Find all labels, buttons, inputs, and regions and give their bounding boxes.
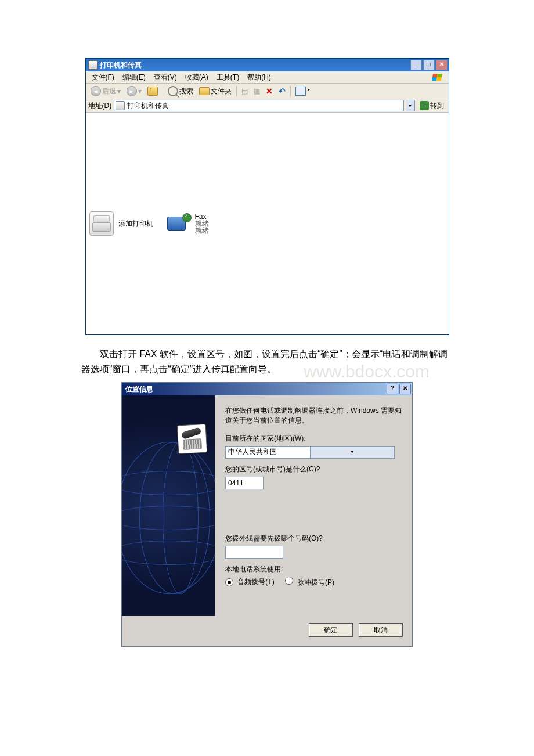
moveto-icon: ▤ <box>241 87 248 95</box>
copy-to-button[interactable]: ▥ <box>251 86 262 96</box>
help-button[interactable]: ? <box>387 384 398 394</box>
fax-item[interactable]: Fax 就绪 就绪 <box>167 116 209 331</box>
dialog-intro: 在您做任何电话或调制解调器连接之前，Windows 需要知道关于您当前位置的信息… <box>225 406 402 426</box>
menu-view[interactable]: 查看(V) <box>150 72 181 83</box>
area-code-label: 您的区号(或城市号)是什么(C)? <box>225 465 402 474</box>
instruction-paragraph: 双击打开 FAX 软件，设置区号，如图，设置完后点击“确定”；会显示“电话和调制… <box>81 347 453 376</box>
status-check-icon <box>182 213 192 222</box>
country-value: 中华人民共和国 <box>226 447 310 457</box>
address-dropdown-button[interactable]: ▼ <box>406 100 415 111</box>
search-button[interactable]: 搜索 <box>165 85 196 98</box>
add-printer-label: 添加打印机 <box>118 219 153 229</box>
address-label: 地址(D) <box>88 101 112 111</box>
move-to-button[interactable]: ▤ <box>239 86 250 96</box>
delete-button[interactable]: ✕ <box>264 85 275 97</box>
printer-icon <box>89 211 114 236</box>
radio-pulse[interactable]: 脉冲拨号(P) <box>285 577 334 588</box>
location-info-dialog: 位置信息 ? ✕ 在您做任何电话或调制解调器连接之前，Windows 需要知 <box>121 382 413 647</box>
menu-help[interactable]: 帮助(H) <box>244 72 275 83</box>
area-code-input[interactable]: 0411 <box>225 477 264 489</box>
views-icon <box>295 87 306 96</box>
window-title: 打印机和传真 <box>100 60 410 70</box>
fax-icon <box>167 212 190 235</box>
forward-button[interactable]: ► ▾ <box>124 85 144 98</box>
menu-tools[interactable]: 工具(T) <box>213 72 243 83</box>
folder-icon <box>199 87 210 95</box>
area-code-value: 0411 <box>228 479 244 487</box>
maximize-button[interactable]: □ <box>423 60 435 70</box>
phone-system-label: 本地电话系统使用: <box>225 564 402 574</box>
window-content: 添加打印机 Fax 就绪 就绪 <box>86 113 449 334</box>
printer-window-icon <box>88 60 98 70</box>
country-select[interactable]: 中华人民共和国 ▼ <box>225 446 395 459</box>
minimize-button[interactable]: _ <box>410 60 422 70</box>
outside-line-input[interactable] <box>225 546 283 559</box>
go-arrow-icon: → <box>420 101 429 110</box>
titlebar[interactable]: 打印机和传真 _ □ ✕ <box>86 59 449 71</box>
back-button[interactable]: ◄ 后退 ▾ <box>88 85 123 98</box>
views-button[interactable] <box>293 85 315 97</box>
back-icon: ◄ <box>91 86 101 96</box>
watermark: www.bdocx.com <box>285 358 430 386</box>
forward-icon: ► <box>127 86 137 96</box>
address-input[interactable]: 打印机和传真 <box>114 100 403 111</box>
folders-button[interactable]: 文件夹 <box>197 85 234 98</box>
printers-faxes-window: 打印机和传真 _ □ ✕ 文件(F) 编辑(E) 查看(V) 收藏(A) 工具(… <box>85 58 449 335</box>
undo-icon: ↶ <box>279 87 286 96</box>
windows-logo-icon <box>428 73 446 82</box>
phone-icon <box>177 424 208 455</box>
toolbar: ◄ 后退 ▾ ► ▾ 搜索 文件夹 ▤ ▥ ✕ ↶ <box>86 84 449 99</box>
fax-label-ready: 就绪 <box>195 227 209 234</box>
go-button[interactable]: → 转到 <box>417 100 446 111</box>
dialog-title: 位置信息 <box>125 384 387 394</box>
dialog-sidebar <box>122 395 215 616</box>
address-item-icon <box>116 101 125 110</box>
copyto-icon: ▥ <box>254 87 260 95</box>
country-label: 目前所在的国家(地区)(W): <box>225 434 402 444</box>
radio-tone[interactable]: 音频拨号(T) <box>225 577 275 587</box>
radio-unchecked-icon <box>285 577 293 585</box>
menu-edit[interactable]: 编辑(E) <box>119 72 149 83</box>
menu-file[interactable]: 文件(F) <box>88 72 118 83</box>
outside-line-label: 您拨外线需要先拨哪个号码(O)? <box>225 534 402 543</box>
chevron-down-icon: ▼ <box>310 447 395 458</box>
close-button[interactable]: ✕ <box>436 60 448 70</box>
up-button[interactable] <box>145 85 160 97</box>
add-printer-item[interactable]: 添加打印机 <box>89 116 153 331</box>
menubar: 文件(F) 编辑(E) 查看(V) 收藏(A) 工具(T) 帮助(H) <box>86 71 449 84</box>
ok-button[interactable]: 确定 <box>309 623 353 637</box>
menu-fav[interactable]: 收藏(A) <box>182 72 212 83</box>
dialog-close-button[interactable]: ✕ <box>399 384 411 394</box>
cancel-button[interactable]: 取消 <box>359 623 403 637</box>
addressbar: 地址(D) 打印机和传真 ▼ → 转到 <box>86 99 449 113</box>
address-value: 打印机和传真 <box>127 101 169 111</box>
search-icon <box>168 86 178 96</box>
delete-icon: ✕ <box>266 87 273 96</box>
dialog-titlebar[interactable]: 位置信息 ? ✕ <box>122 383 412 395</box>
undo-button[interactable]: ↶ <box>276 85 288 97</box>
radio-checked-icon <box>225 578 233 586</box>
folder-up-icon <box>147 87 158 96</box>
